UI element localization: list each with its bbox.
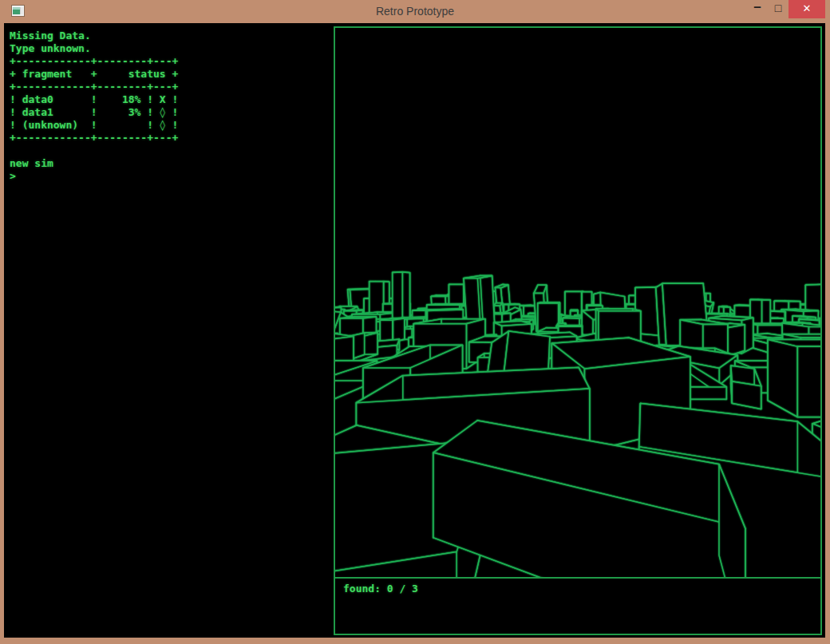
found-counter: found: 0 / 3	[343, 583, 418, 595]
viewport-canvas[interactable]	[335, 28, 820, 577]
terminal-line: Missing Data.	[10, 30, 331, 42]
table-border: +------------+--------+---+	[10, 81, 331, 93]
command-prompt[interactable]: >	[10, 170, 331, 183]
window-frame-right	[825, 23, 830, 644]
table-border: +------------+--------+---+	[10, 132, 331, 144]
minimize-button[interactable]: –	[747, 0, 768, 18]
terminal-line: Type unknown.	[10, 42, 331, 55]
sim-panel: found: 0 / 3	[334, 26, 822, 635]
table-row: ! data1 ! 3% ! ◊ !	[10, 106, 331, 119]
status-bar: found: 0 / 3	[335, 577, 820, 634]
window-frame-bottom	[0, 638, 830, 644]
sim-viewport	[335, 28, 820, 577]
table-header: + fragment + status +	[10, 68, 331, 81]
titlebar: Retro Prototype – □ ✕	[0, 0, 830, 23]
terminal-output: Missing Data. Type unknown. +-----------…	[10, 30, 331, 183]
maximize-button[interactable]: □	[768, 0, 788, 18]
app-window: Retro Prototype – □ ✕ Missing Data. Type…	[0, 0, 830, 644]
window-title: Retro Prototype	[0, 0, 830, 23]
command-label: new sim	[10, 157, 331, 170]
close-button[interactable]: ✕	[788, 0, 825, 18]
window-controls: – □ ✕	[747, 0, 825, 18]
terminal-panel: Missing Data. Type unknown. +-----------…	[4, 23, 331, 638]
table-row: ! data0 ! 18% ! X !	[10, 93, 331, 106]
blank-line	[10, 144, 331, 157]
table-row: ! (unknown) ! ! ◊ !	[10, 119, 331, 132]
table-border: +------------+--------+---+	[10, 55, 331, 68]
